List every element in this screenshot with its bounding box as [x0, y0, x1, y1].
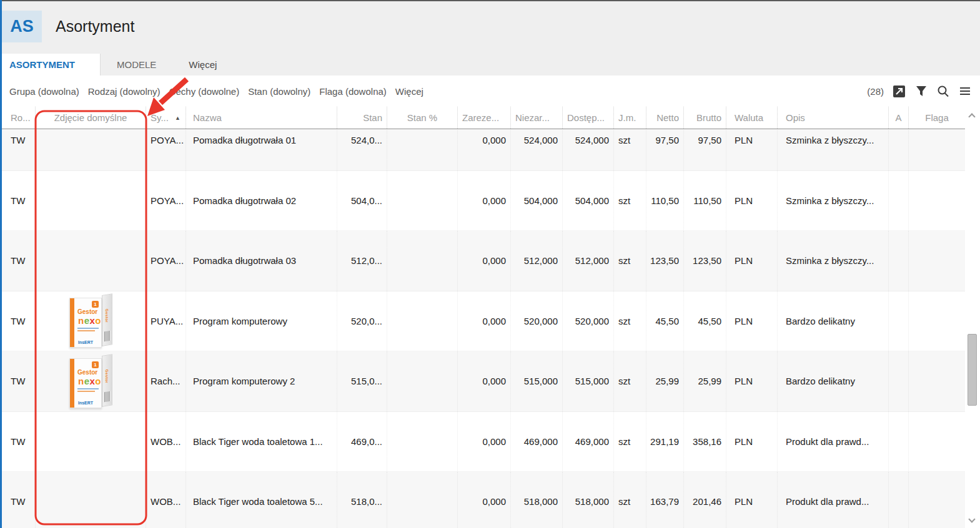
- product-box-front: 1 Gestor nexo InsERT: [69, 298, 102, 348]
- cell-zarez: 0,000: [458, 472, 511, 528]
- menu-icon[interactable]: [958, 85, 971, 98]
- column-header-brutto[interactable]: Brutto: [684, 107, 726, 129]
- table-row[interactable]: TW Gestor 1 Gestor nexo InsERT PUYA...Pr…: [2, 291, 965, 352]
- filter-wiecej[interactable]: Więcej: [395, 86, 423, 97]
- cell-brutto: 123,50: [684, 231, 726, 291]
- column-header-niezar[interactable]: Niezar...: [511, 107, 563, 129]
- column-header-symbol[interactable]: Sy...▲: [146, 107, 186, 129]
- column-header-waluta[interactable]: Waluta: [726, 107, 778, 129]
- cell-zarez: 0,000: [458, 351, 511, 411]
- table-row[interactable]: TW Gestor 1 Gestor nexo InsERT Rach...Pr…: [2, 351, 965, 412]
- product-image: Gestor 1 Gestor nexo InsERT: [66, 353, 116, 411]
- cell-zarez: 0,000: [458, 129, 511, 170]
- cell-zdjecie: [36, 472, 146, 528]
- tab-modele[interactable]: MODELE: [101, 54, 172, 76]
- cell-stan: 512,0...: [337, 231, 387, 291]
- cell-a: [889, 412, 909, 472]
- version-badge: 1: [92, 361, 99, 368]
- scroll-up-icon[interactable]: [968, 112, 977, 120]
- cell-stan: 520,0...: [337, 291, 387, 351]
- cell-waluta: PLN: [726, 129, 778, 170]
- column-header-netto[interactable]: Netto: [646, 107, 684, 129]
- product-box-side-label: Gestor: [105, 309, 109, 323]
- cell-a: [889, 171, 909, 231]
- window-left-border: [0, 0, 2, 528]
- table-row[interactable]: TWPOYA...Pomadka długotrwała 01524,0...0…: [2, 129, 965, 171]
- column-header-a[interactable]: A: [889, 107, 909, 129]
- scrollbar-thumb[interactable]: [968, 334, 977, 406]
- column-header-stan_pct[interactable]: Stan %: [387, 107, 458, 129]
- cell-dostep: 469,000: [563, 412, 614, 472]
- product-brand: Gestor: [77, 308, 97, 315]
- cell-dostep: 518,000: [563, 472, 614, 528]
- cell-brutto: 110,50: [684, 171, 726, 231]
- cell-netto: 97,50: [646, 129, 684, 170]
- grid-header: Ro...Zdjęcie domyślneSy...▲NazwaStanStan…: [2, 107, 965, 129]
- module-badge: AS: [2, 11, 42, 42]
- table-row[interactable]: TWWOB...Black Tiger woda toaletowa 1...4…: [2, 412, 965, 472]
- column-header-rodzaj[interactable]: Ro...: [2, 107, 36, 129]
- cell-waluta: PLN: [726, 231, 778, 291]
- cell-netto: 163,79: [646, 472, 684, 528]
- table-body: TWPOYA...Pomadka długotrwała 01524,0...0…: [2, 129, 965, 528]
- table-row[interactable]: TWPOYA...Pomadka długotrwała 03512,0...0…: [2, 231, 965, 291]
- column-header-zarez[interactable]: Zareze...: [458, 107, 511, 129]
- cell-symbol: POYA...: [146, 129, 186, 170]
- cell-niezar: 515,000: [511, 351, 563, 411]
- search-icon[interactable]: [936, 85, 949, 98]
- application-window: AS Asortyment ASORTYMENT MODELE Więcej G…: [0, 0, 980, 528]
- tab-asortyment[interactable]: ASORTYMENT: [0, 54, 101, 76]
- cell-niezar: 520,000: [511, 291, 563, 351]
- cell-waluta: PLN: [726, 171, 778, 231]
- column-header-flaga[interactable]: Flaga: [909, 107, 965, 129]
- cell-dostep: 504,000: [563, 171, 614, 231]
- tab-bar: ASORTYMENT MODELE Więcej: [0, 54, 980, 76]
- column-header-nazwa[interactable]: Nazwa: [186, 107, 337, 129]
- column-header-zdjecie[interactable]: Zdjęcie domyślne: [36, 107, 146, 129]
- column-header-stan[interactable]: Stan: [337, 107, 387, 129]
- barcode: [104, 391, 111, 403]
- app-header: AS Asortyment: [0, 1, 980, 54]
- popout-icon[interactable]: [893, 85, 906, 98]
- cell-rodzaj: TW: [2, 472, 36, 528]
- cell-waluta: PLN: [726, 412, 778, 472]
- scroll-down-icon[interactable]: [968, 517, 977, 526]
- cell-stan: 469,0...: [337, 412, 387, 472]
- filter-cechy[interactable]: Cechy (dowolne): [169, 86, 240, 97]
- cell-zarez: 0,000: [458, 231, 511, 291]
- cell-zdjecie: [36, 171, 146, 231]
- cell-nazwa: Black Tiger woda toaletowa 1...: [186, 412, 337, 472]
- cell-zarez: 0,000: [458, 171, 511, 231]
- cell-symbol: POYA...: [146, 231, 186, 291]
- table-row[interactable]: TWWOB...Black Tiger woda toaletowa 5...5…: [2, 472, 965, 528]
- cell-opis: Bardzo delikatny: [778, 351, 889, 411]
- cell-netto: 291,19: [646, 412, 684, 472]
- product-box-front: 1 Gestor nexo InsERT: [69, 358, 102, 408]
- filter-icon[interactable]: [914, 85, 928, 98]
- vertical-scrollbar[interactable]: [965, 107, 980, 528]
- product-tagline: [77, 388, 99, 393]
- cell-nazwa: Pomadka długotrwała 02: [186, 171, 337, 231]
- cell-zdjecie: [36, 412, 146, 472]
- filter-rodzaj[interactable]: Rodzaj (dowolny): [88, 86, 161, 97]
- cell-stan_pct: [387, 171, 458, 231]
- cell-zdjecie: Gestor 1 Gestor nexo InsERT: [36, 351, 146, 411]
- cell-waluta: PLN: [726, 351, 778, 411]
- cell-nazwa: Pomadka długotrwała 03: [186, 231, 337, 291]
- column-header-opis[interactable]: Opis: [778, 107, 889, 129]
- filter-stan[interactable]: Stan (dowolny): [248, 86, 310, 97]
- cell-opis: Bardzo delikatny: [778, 291, 889, 351]
- cell-a: [889, 291, 909, 351]
- cell-flaga: [909, 231, 965, 291]
- table-row[interactable]: TWPOYA...Pomadka długotrwała 02504,0...0…: [2, 171, 965, 232]
- column-header-jm[interactable]: J.m.: [614, 107, 646, 129]
- cell-symbol: PUYA...: [146, 291, 186, 351]
- tab-wiecej[interactable]: Więcej: [172, 54, 233, 76]
- product-tagline: [77, 328, 99, 333]
- cell-jm: szt: [614, 291, 646, 351]
- filter-grupa[interactable]: Grupa (dowolna): [9, 86, 79, 97]
- cell-netto: 25,99: [646, 351, 684, 411]
- cell-nazwa: Pomadka długotrwała 01: [186, 129, 337, 170]
- column-header-dostep[interactable]: Dostęp...: [563, 107, 614, 129]
- filter-flaga[interactable]: Flaga (dowolna): [319, 86, 387, 97]
